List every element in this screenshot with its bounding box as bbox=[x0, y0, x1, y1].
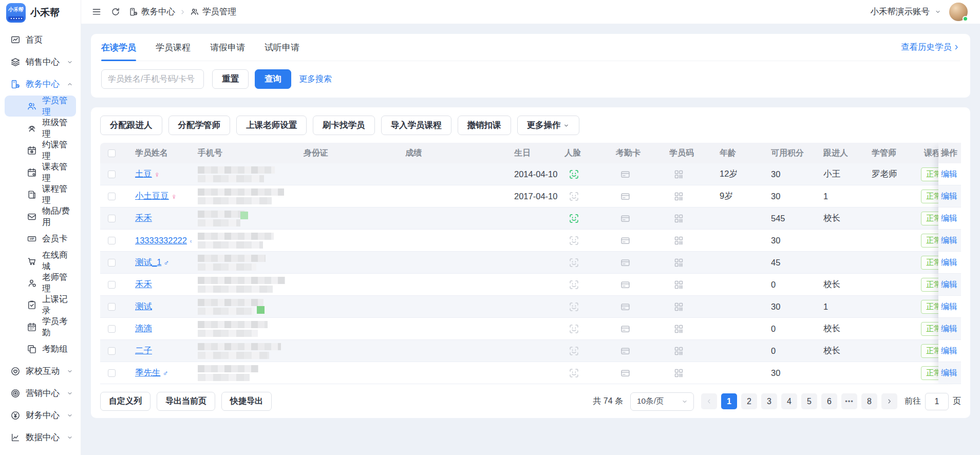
page-button-4[interactable]: 4 bbox=[781, 393, 797, 409]
attendance-card-cell bbox=[610, 252, 663, 273]
edit-link[interactable]: 编辑 bbox=[941, 213, 957, 224]
row-checkbox[interactable] bbox=[108, 281, 116, 289]
reset-button[interactable]: 重置 bbox=[212, 69, 249, 89]
sidebar-item-academic-center[interactable]: 教务中心 bbox=[0, 73, 81, 95]
row-checkbox[interactable] bbox=[108, 303, 116, 311]
birthday-cell bbox=[508, 230, 558, 251]
sidebar-item-label: 考勤组 bbox=[42, 344, 68, 355]
select-all-checkbox[interactable] bbox=[108, 149, 116, 157]
student-name-link[interactable]: 土豆 bbox=[135, 168, 152, 180]
undo-deduction-button[interactable]: 撤销扣课 bbox=[458, 116, 511, 135]
more-search-link[interactable]: 更多搜索 bbox=[299, 74, 332, 85]
export-current-page-button[interactable]: 导出当前页 bbox=[157, 392, 215, 411]
row-checkbox[interactable] bbox=[108, 237, 116, 244]
page-buttons: 123456•••8 bbox=[701, 393, 897, 409]
quick-export-button[interactable]: 快捷导出 bbox=[221, 392, 272, 411]
page-button-8[interactable]: 8 bbox=[861, 393, 877, 409]
query-button[interactable]: 查询 bbox=[255, 69, 291, 89]
tab-leave-requests[interactable]: 请假申请 bbox=[210, 34, 245, 61]
points-cell: 0 bbox=[765, 318, 817, 339]
sidebar-item-finance-center[interactable]: 财务中心 bbox=[0, 404, 81, 426]
student-name-link[interactable]: 小土豆豆 bbox=[135, 191, 169, 202]
tab-trial-requests[interactable]: 试听申请 bbox=[265, 34, 299, 61]
edit-link[interactable]: 编辑 bbox=[941, 169, 957, 180]
breadcrumb-item-academic-center[interactable]: 教务中心 bbox=[129, 6, 175, 17]
swipe-find-student-button[interactable]: 刷卡找学员 bbox=[313, 116, 375, 135]
page-button-3[interactable]: 3 bbox=[761, 393, 777, 409]
operation-cell: 编辑 bbox=[938, 185, 961, 207]
sidebar-item-attendance-group[interactable]: 考勤组 bbox=[0, 338, 81, 360]
sidebar-item-student-attendance[interactable]: 学员考勤 bbox=[0, 316, 81, 338]
edit-link[interactable]: 编辑 bbox=[941, 301, 957, 312]
sidebar-item-teacher-mgmt[interactable]: 老师管理 bbox=[0, 272, 81, 294]
table-row: 滴滴0校长正常 bbox=[100, 318, 961, 340]
assign-follower-button[interactable]: 分配跟进人 bbox=[100, 116, 162, 135]
face-scan-icon bbox=[569, 324, 579, 334]
prev-page-button[interactable] bbox=[701, 393, 717, 409]
avatar[interactable] bbox=[949, 3, 968, 21]
sidebar-item-data-center[interactable]: 数据中心 bbox=[0, 426, 81, 448]
tab-student-courses[interactable]: 学员课程 bbox=[156, 34, 191, 61]
student-name-link[interactable]: 禾禾 bbox=[135, 213, 152, 224]
import-student-courses-button[interactable]: 导入学员课程 bbox=[381, 116, 451, 135]
sidebar-item-timetable-mgmt[interactable]: 课表管理 bbox=[0, 161, 81, 183]
refresh-icon[interactable] bbox=[110, 7, 121, 17]
sidebar-item-label: 班级管理 bbox=[42, 117, 73, 140]
row-checkbox[interactable] bbox=[108, 193, 116, 200]
breadcrumb-item-student-mgmt[interactable]: 学员管理 bbox=[190, 6, 236, 17]
student-name-link[interactable]: 测试_1 bbox=[135, 257, 161, 268]
edit-link[interactable]: 编辑 bbox=[941, 235, 957, 246]
sidebar-item-class-mgmt[interactable]: 班级管理 bbox=[0, 117, 81, 139]
more-pages-button[interactable]: ••• bbox=[841, 393, 857, 409]
row-checkbox[interactable] bbox=[108, 347, 116, 355]
sidebar-item-online-shop[interactable]: 在线商城 bbox=[0, 250, 81, 272]
sidebar-item-home[interactable]: 首页 bbox=[0, 29, 81, 51]
student-name-link[interactable]: 测试 bbox=[135, 301, 152, 312]
student-name-link[interactable]: 季先生 bbox=[135, 367, 161, 378]
row-checkbox[interactable] bbox=[108, 215, 116, 222]
goto-page-input[interactable] bbox=[925, 393, 949, 410]
search-input[interactable] bbox=[101, 69, 204, 89]
action-button-label: 分配跟进人 bbox=[110, 120, 153, 131]
customize-columns-button[interactable]: 自定义列 bbox=[100, 392, 150, 411]
assign-manager-button[interactable]: 分配学管师 bbox=[168, 116, 231, 135]
row-checkbox[interactable] bbox=[108, 170, 116, 178]
attendance-card-icon bbox=[620, 257, 631, 268]
sidebar-item-student-mgmt[interactable]: 学员管理 bbox=[5, 96, 76, 117]
sidebar-item-class-records[interactable]: 上课记录 bbox=[0, 294, 81, 316]
view-history-link[interactable]: 查看历史学员 bbox=[901, 42, 960, 53]
face-scan-icon bbox=[569, 368, 579, 378]
edit-link[interactable]: 编辑 bbox=[941, 368, 957, 378]
edit-link[interactable]: 编辑 bbox=[941, 324, 957, 334]
sidebar-item-family-school[interactable]: 家校互动 bbox=[0, 360, 81, 382]
page-button-6[interactable]: 6 bbox=[821, 393, 837, 409]
tab-enrolled-students[interactable]: 在读学员 bbox=[101, 34, 136, 61]
student-name-link[interactable]: 二子 bbox=[135, 345, 152, 356]
account-menu[interactable]: 小禾帮演示账号 bbox=[871, 3, 968, 21]
page-size-select[interactable]: 10条/页 bbox=[630, 392, 694, 411]
menu-icon[interactable] bbox=[91, 7, 102, 17]
row-checkbox[interactable] bbox=[108, 369, 116, 377]
edit-link[interactable]: 编辑 bbox=[941, 191, 957, 202]
sidebar-item-sales-center[interactable]: 销售中心 bbox=[0, 51, 81, 73]
student-name-link[interactable]: 13333332222 bbox=[135, 236, 187, 245]
page-button-5[interactable]: 5 bbox=[801, 393, 817, 409]
row-checkbox[interactable] bbox=[108, 325, 116, 333]
goods-icon bbox=[27, 212, 37, 222]
sidebar-item-booking-mgmt[interactable]: 约课管理 bbox=[0, 139, 81, 161]
page-button-2[interactable]: 2 bbox=[741, 393, 757, 409]
student-name-link[interactable]: 滴滴 bbox=[135, 323, 152, 334]
page-button-1[interactable]: 1 bbox=[721, 393, 737, 409]
sidebar-item-goods-fees[interactable]: 物品/费用 bbox=[0, 205, 81, 228]
sidebar-item-course-mgmt[interactable]: 课程管理 bbox=[0, 183, 81, 205]
student-name-link[interactable]: 禾禾 bbox=[135, 279, 152, 290]
row-checkbox[interactable] bbox=[108, 259, 116, 267]
sidebar-item-member-card[interactable]: VIP会员卡 bbox=[0, 228, 81, 250]
edit-link[interactable]: 编辑 bbox=[941, 279, 957, 290]
edit-link[interactable]: 编辑 bbox=[941, 346, 957, 356]
sidebar-item-marketing-center[interactable]: 营销中心 bbox=[0, 382, 81, 404]
edit-link[interactable]: 编辑 bbox=[941, 257, 957, 268]
next-page-button[interactable] bbox=[881, 393, 897, 409]
teacher-setting-button[interactable]: 上课老师设置 bbox=[236, 116, 307, 135]
more-actions-button[interactable]: 更多操作 bbox=[517, 116, 579, 135]
